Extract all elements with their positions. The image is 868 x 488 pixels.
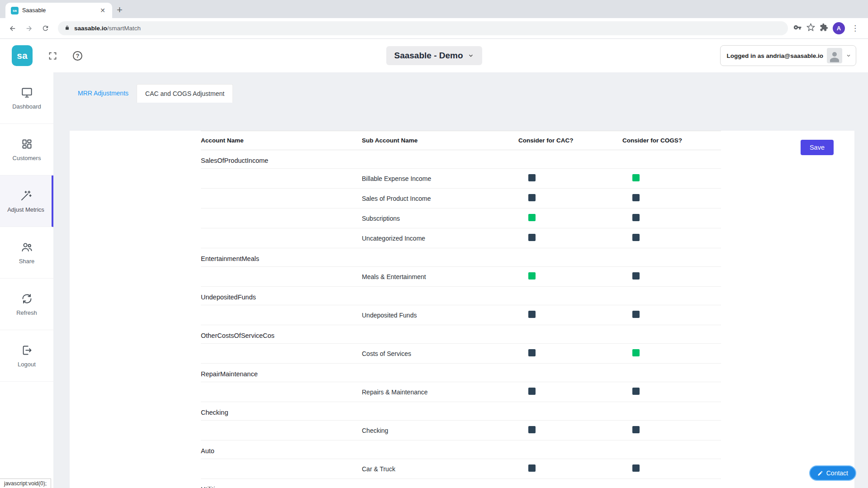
group-row: UndepositedFunds xyxy=(201,287,721,305)
sub-account-name: Meals & Entertainment xyxy=(362,273,518,280)
account-row: Sales of Product Income xyxy=(201,189,721,208)
user-avatar xyxy=(827,48,842,63)
sub-account-name: Uncategorized Income xyxy=(362,235,518,242)
save-button[interactable]: Save xyxy=(801,140,834,155)
favicon: sa xyxy=(11,7,19,14)
monitor-icon xyxy=(21,86,33,99)
org-selector[interactable]: Saasable - Demo xyxy=(386,46,482,65)
key-icon[interactable] xyxy=(793,23,802,33)
group-row: Checking xyxy=(201,402,721,421)
accounts-table: Account Name Sub Account Name Consider f… xyxy=(201,131,721,488)
sub-account-name: Car & Truck xyxy=(362,465,518,473)
browser-menu-icon[interactable]: ⋮ xyxy=(849,24,861,33)
account-row: Repairs & Maintenance xyxy=(201,382,721,402)
sidebar-item-logout[interactable]: Logout xyxy=(0,330,53,382)
account-row: Car & Truck xyxy=(201,459,721,479)
address-bar[interactable]: saasable.io/smartMatch xyxy=(58,21,788,35)
main-panel: MRR Adjustments CAC and COGS Adjustment … xyxy=(53,72,868,488)
group-name: OtherCostsOfServiceCos xyxy=(201,332,362,339)
tab-close-icon[interactable]: ✕ xyxy=(99,7,107,14)
cac-checkbox[interactable] xyxy=(528,174,536,181)
sub-account-name: Sales of Product Income xyxy=(362,195,518,202)
sidebar-item-customers[interactable]: Customers xyxy=(0,124,53,175)
grid-icon xyxy=(21,138,33,150)
cogs-checkbox[interactable] xyxy=(632,426,640,433)
cogs-checkbox[interactable] xyxy=(632,272,640,280)
cac-checkbox[interactable] xyxy=(528,311,536,318)
cogs-checkbox[interactable] xyxy=(632,311,640,318)
chevron-down-icon xyxy=(468,52,474,59)
sub-account-name: Checking xyxy=(362,427,518,434)
cogs-checkbox[interactable] xyxy=(632,234,640,241)
toolbar-right-icons: A ⋮ xyxy=(793,22,863,34)
account-row: Meals & Entertainment xyxy=(201,267,721,287)
cogs-checkbox[interactable] xyxy=(632,464,640,472)
cogs-checkbox[interactable] xyxy=(632,388,640,395)
magic-wand-icon xyxy=(20,190,32,202)
cac-checkbox[interactable] xyxy=(528,214,536,221)
lock-icon[interactable] xyxy=(64,24,70,33)
help-icon[interactable]: ? xyxy=(73,51,82,61)
people-icon xyxy=(21,241,33,253)
group-name: EntertainmentMeals xyxy=(201,255,362,262)
sidebar-item-adjust-metrics[interactable]: Adjust Metrics xyxy=(0,175,53,227)
browser-tab[interactable]: sa Saasable ✕ xyxy=(5,3,112,18)
group-name: RepairMaintenance xyxy=(201,370,362,378)
logout-icon xyxy=(21,344,33,356)
cogs-checkbox[interactable] xyxy=(632,174,640,181)
browser-profile-avatar[interactable]: A xyxy=(833,22,845,34)
bookmark-star-icon[interactable] xyxy=(806,23,815,33)
cogs-checkbox[interactable] xyxy=(632,214,640,221)
browser-toolbar: saasable.io/smartMatch A ⋮ xyxy=(0,18,868,39)
sidebar-item-refresh[interactable]: Refresh xyxy=(0,279,53,330)
sidebar-item-label: Dashboard xyxy=(12,103,41,110)
cac-checkbox[interactable] xyxy=(528,426,536,433)
content-area: Dashboard Customers Adjust Metrics Share… xyxy=(0,72,868,488)
url-domain: saasable.io xyxy=(74,25,107,32)
cogs-checkbox[interactable] xyxy=(632,349,640,356)
org-selector-label: Saasable - Demo xyxy=(394,51,463,61)
column-header: Sub Account Name xyxy=(362,131,518,150)
contact-button[interactable]: Contact xyxy=(809,465,856,481)
url-text: saasable.io/smartMatch xyxy=(74,25,141,32)
sidebar: Dashboard Customers Adjust Metrics Share… xyxy=(0,72,53,488)
forward-icon[interactable] xyxy=(22,21,36,36)
cac-checkbox[interactable] xyxy=(528,194,536,201)
cac-checkbox[interactable] xyxy=(528,234,536,241)
app-logo[interactable]: sa xyxy=(12,45,33,66)
reload-icon[interactable] xyxy=(38,21,52,36)
group-name: UndepositedFunds xyxy=(201,294,362,301)
group-name: Checking xyxy=(201,409,362,416)
extensions-icon[interactable] xyxy=(820,23,828,33)
login-status: Logged in as andria@saasable.io xyxy=(727,52,823,59)
cac-checkbox[interactable] xyxy=(528,464,536,472)
sidebar-item-label: Logout xyxy=(18,361,36,368)
group-row: OtherCostsOfServiceCos xyxy=(201,325,721,344)
group-row: Auto xyxy=(201,441,721,459)
app-header: sa ? Saasable - Demo Logged in as andria… xyxy=(0,39,868,72)
sidebar-item-share[interactable]: Share xyxy=(0,227,53,279)
back-icon[interactable] xyxy=(5,21,20,36)
cac-checkbox[interactable] xyxy=(528,349,536,356)
account-row: Subscriptions xyxy=(201,208,721,228)
sub-account-name: Subscriptions xyxy=(362,215,518,222)
fullscreen-icon[interactable] xyxy=(48,51,57,61)
tab-mrr-adjustments[interactable]: MRR Adjustments xyxy=(70,84,137,103)
new-tab-button[interactable]: + xyxy=(117,5,123,15)
account-row: Uncategorized Income xyxy=(201,228,721,248)
column-header: Account Name xyxy=(201,131,362,150)
group-name: Utilities xyxy=(201,486,362,488)
sub-account-name: Undeposited Funds xyxy=(362,312,518,319)
column-header: Consider for COGS? xyxy=(622,131,721,150)
sidebar-item-dashboard[interactable]: Dashboard xyxy=(0,72,53,124)
browser-tabstrip: sa Saasable ✕ + xyxy=(0,0,868,18)
account-menu[interactable]: Logged in as andria@saasable.io xyxy=(720,45,856,66)
column-header: Consider for CAC? xyxy=(518,131,622,150)
sidebar-item-label: Customers xyxy=(13,155,41,161)
cac-checkbox[interactable] xyxy=(528,388,536,395)
sidebar-item-label: Adjust Metrics xyxy=(7,206,44,213)
tab-cac-cogs-adjustment[interactable]: CAC and COGS Adjustment xyxy=(137,84,233,103)
sidebar-item-label: Share xyxy=(19,258,35,265)
cac-checkbox[interactable] xyxy=(528,272,536,280)
cogs-checkbox[interactable] xyxy=(632,194,640,201)
